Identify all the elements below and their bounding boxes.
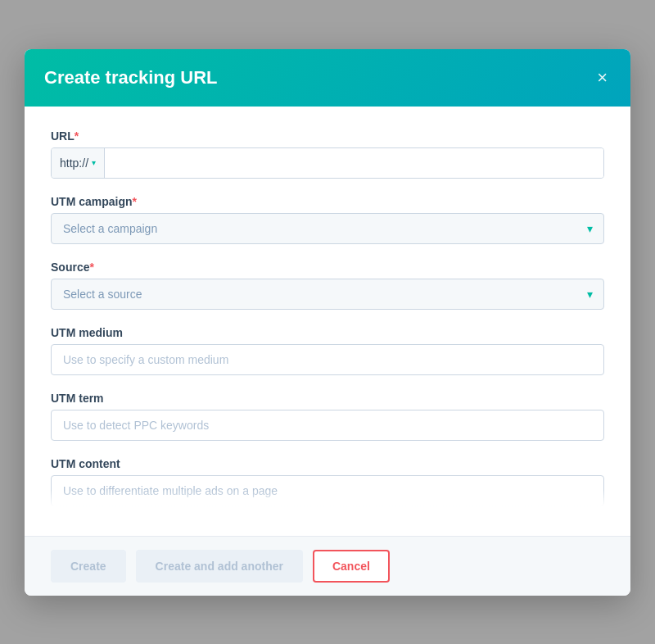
- url-input[interactable]: [105, 148, 603, 178]
- source-required-star: *: [89, 261, 93, 274]
- utm-term-group: UTM term: [51, 392, 604, 441]
- utm-campaign-group: UTM campaign* Select a campaign ▾: [51, 195, 604, 244]
- source-select[interactable]: Select a source: [51, 279, 604, 310]
- modal-body: URL* http:// ▾ UTM campaign* Selec: [25, 107, 630, 536]
- modal-title: Create tracking URL: [44, 67, 218, 88]
- modal-footer: Create Create and add another Cancel: [25, 536, 630, 596]
- utm-medium-input[interactable]: [51, 344, 604, 375]
- utm-content-group: UTM content: [51, 457, 604, 506]
- close-button[interactable]: ×: [594, 66, 611, 90]
- utm-term-label: UTM term: [51, 392, 604, 405]
- modal-overlay: Create tracking URL × URL* http:// ▾: [0, 0, 655, 644]
- create-button[interactable]: Create: [51, 550, 126, 583]
- url-protocol-dropdown[interactable]: http:// ▾: [52, 148, 105, 178]
- source-label: Source*: [51, 261, 604, 274]
- utm-medium-label: UTM medium: [51, 326, 604, 339]
- utm-term-input[interactable]: [51, 410, 604, 441]
- utm-medium-group: UTM medium: [51, 326, 604, 375]
- source-select-wrapper: Select a source ▾: [51, 279, 604, 310]
- modal-dialog: Create tracking URL × URL* http:// ▾: [25, 49, 630, 596]
- utm-content-input[interactable]: [51, 475, 604, 506]
- url-required-star: *: [75, 129, 79, 143]
- utm-campaign-label: UTM campaign*: [51, 195, 604, 208]
- source-field-group: Source* Select a source ▾: [51, 261, 604, 310]
- utm-content-label: UTM content: [51, 457, 604, 470]
- url-label: URL*: [51, 129, 604, 143]
- cancel-button[interactable]: Cancel: [313, 550, 390, 583]
- url-input-wrapper: http:// ▾: [51, 147, 604, 179]
- utm-campaign-required-star: *: [133, 195, 137, 208]
- protocol-chevron-icon: ▾: [92, 158, 96, 167]
- create-and-add-another-button[interactable]: Create and add another: [136, 550, 303, 583]
- utm-campaign-select[interactable]: Select a campaign: [51, 213, 604, 244]
- modal-header: Create tracking URL ×: [25, 49, 630, 107]
- utm-campaign-select-wrapper: Select a campaign ▾: [51, 213, 604, 244]
- url-field-group: URL* http:// ▾: [51, 129, 604, 179]
